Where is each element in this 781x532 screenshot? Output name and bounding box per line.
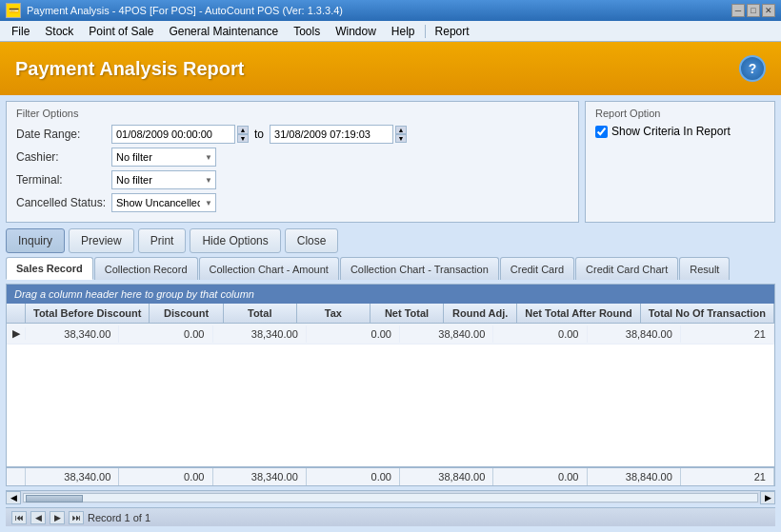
col-net-total-after-round: Net Total After Round xyxy=(517,304,640,323)
filter-panel: Filter Options Date Range: ▲▼ to ▲▼ Cash… xyxy=(6,101,579,223)
minimize-button[interactable]: ─ xyxy=(731,4,745,17)
header: Payment Analysis Report ? xyxy=(0,42,781,95)
show-criteria-row: Show Criteria In Report xyxy=(595,125,765,138)
footer-total: 38,340.00 xyxy=(213,468,307,485)
cancelled-select-wrapper: Show Uncancelled xyxy=(111,193,216,212)
cell-discount: 0.00 xyxy=(119,325,212,343)
menu-tools[interactable]: Tools xyxy=(286,23,328,40)
tab-credit-card[interactable]: Credit Card xyxy=(500,257,574,280)
title-text: Payment Analysis - 4POS [For POS] - Auto… xyxy=(27,5,731,16)
date-to-word: to xyxy=(254,128,264,141)
menu-separator xyxy=(425,25,426,38)
filter-panel-title: Filter Options xyxy=(16,108,569,119)
horizontal-scrollbar[interactable]: ◀ ▶ xyxy=(6,490,775,503)
preview-button[interactable]: Preview xyxy=(69,228,134,253)
inquiry-button[interactable]: Inquiry xyxy=(6,228,65,253)
close-button[interactable]: Close xyxy=(285,228,339,253)
drag-hint: Drag a column header here to group by th… xyxy=(7,285,774,304)
cashier-select-wrapper: No filter xyxy=(111,148,216,167)
table-container: Total Before Discount Discount Total Tax… xyxy=(7,304,774,485)
terminal-select[interactable]: No filter xyxy=(111,170,216,189)
hide-options-button[interactable]: Hide Options xyxy=(190,228,280,253)
col-net-total: Net Total xyxy=(370,304,444,323)
cell-net-total: 38,840.00 xyxy=(400,325,493,343)
tab-credit-card-chart[interactable]: Credit Card Chart xyxy=(575,257,678,280)
menu-stock[interactable]: Stock xyxy=(37,23,81,40)
cell-tax: 0.00 xyxy=(307,325,400,343)
action-buttons: Inquiry Preview Print Hide Options Close xyxy=(6,228,775,253)
scroll-track[interactable] xyxy=(23,493,758,502)
tab-bar: Sales Record Collection Record Collectio… xyxy=(6,257,775,280)
menu-help[interactable]: Help xyxy=(384,23,423,40)
cashier-select[interactable]: No filter xyxy=(111,148,216,167)
scroll-thumb[interactable] xyxy=(26,495,83,502)
top-row: Filter Options Date Range: ▲▼ to ▲▼ Cash… xyxy=(6,101,775,223)
col-round-adj: Round Adj. xyxy=(444,304,517,323)
table-footer: 38,340.00 0.00 38,340.00 0.00 38,840.00 … xyxy=(7,466,774,485)
record-status: Record 1 of 1 xyxy=(88,512,770,523)
menu-window[interactable]: Window xyxy=(328,23,384,40)
cell-total: 38,340.00 xyxy=(213,325,307,343)
date-range-label: Date Range: xyxy=(16,128,111,141)
menu-report[interactable]: Report xyxy=(428,23,477,40)
footer-total-before-discount: 38,340.00 xyxy=(26,468,119,485)
table-row: ▶ 38,340.00 0.00 38,340.00 0.00 38,840.0… xyxy=(7,324,774,345)
date-from-spinner[interactable]: ▲▼ xyxy=(237,126,249,143)
footer-net-total: 38,840.00 xyxy=(400,468,493,485)
terminal-label: Terminal: xyxy=(16,173,111,187)
nav-next-button[interactable]: ▶ xyxy=(50,511,65,524)
window-controls[interactable]: ─ □ ✕ xyxy=(731,4,775,17)
scroll-right-button[interactable]: ▶ xyxy=(760,491,775,504)
menu-general-maintenance[interactable]: General Maintenance xyxy=(161,23,286,40)
menu-point-of-sale[interactable]: Point of Sale xyxy=(81,23,161,40)
scroll-left-button[interactable]: ◀ xyxy=(6,491,21,504)
show-criteria-checkbox[interactable] xyxy=(595,126,608,138)
menubar: File Stock Point of Sale General Mainten… xyxy=(0,21,781,42)
date-range-row: Date Range: ▲▼ to ▲▼ xyxy=(16,125,569,144)
tab-sales-record[interactable]: Sales Record xyxy=(6,257,93,280)
cell-net-total-after-round: 38,840.00 xyxy=(588,325,681,343)
nav-last-button[interactable]: ⏭ xyxy=(69,511,84,524)
print-button[interactable]: Print xyxy=(138,228,187,253)
footer-discount: 0.00 xyxy=(119,468,212,485)
report-panel: Report Option Show Criteria In Report xyxy=(585,101,775,223)
menu-file[interactable]: File xyxy=(4,23,37,40)
terminal-select-wrapper: No filter xyxy=(111,170,216,189)
cell-total-no-transaction: 21 xyxy=(681,325,774,343)
page-title: Payment Analysis Report xyxy=(15,58,244,80)
help-button[interactable]: ? xyxy=(739,55,766,82)
status-bar: ⏮ ◀ ▶ ⏭ Record 1 of 1 xyxy=(6,507,775,526)
col-tax: Tax xyxy=(297,304,370,323)
tab-collection-record[interactable]: Collection Record xyxy=(94,257,198,280)
close-button[interactable]: ✕ xyxy=(762,4,775,17)
cell-round-adj: 0.00 xyxy=(493,325,587,343)
cell-total-before-discount: 38,340.00 xyxy=(26,325,119,343)
date-to-input[interactable] xyxy=(270,125,393,144)
nav-prev-button[interactable]: ◀ xyxy=(30,511,46,524)
date-from-input[interactable] xyxy=(111,125,235,144)
footer-expand xyxy=(7,468,26,485)
col-total: Total xyxy=(224,304,297,323)
cancelled-label: Cancelled Status: xyxy=(16,196,111,209)
tab-collection-chart-amount[interactable]: Collection Chart - Amount xyxy=(199,257,339,280)
footer-net-total-after-round: 38,840.00 xyxy=(588,468,681,485)
date-to-spinner[interactable]: ▲▼ xyxy=(395,126,407,143)
maximize-button[interactable]: □ xyxy=(747,4,760,17)
footer-total-no-transaction: 21 xyxy=(681,468,774,485)
show-criteria-label: Show Criteria In Report xyxy=(611,125,731,138)
report-panel-title: Report Option xyxy=(595,108,765,119)
cashier-label: Cashier: xyxy=(16,150,111,164)
col-total-no-transaction: Total No Of Transaction xyxy=(641,304,774,323)
tab-collection-chart-transaction[interactable]: Collection Chart - Transaction xyxy=(340,257,499,280)
row-expand-icon[interactable]: ▶ xyxy=(7,327,26,340)
cashier-row: Cashier: No filter xyxy=(16,148,569,167)
table-header: Total Before Discount Discount Total Tax… xyxy=(7,304,774,324)
cancelled-select[interactable]: Show Uncancelled xyxy=(111,193,216,212)
nav-first-button[interactable]: ⏮ xyxy=(11,511,27,524)
title-icon: 💳 xyxy=(6,3,21,18)
table-body: ▶ 38,340.00 0.00 38,340.00 0.00 38,840.0… xyxy=(7,324,774,466)
cancelled-row: Cancelled Status: Show Uncancelled xyxy=(16,193,569,212)
tab-result[interactable]: Result xyxy=(679,257,730,280)
col-expand xyxy=(7,304,26,323)
terminal-row: Terminal: No filter xyxy=(16,170,569,189)
